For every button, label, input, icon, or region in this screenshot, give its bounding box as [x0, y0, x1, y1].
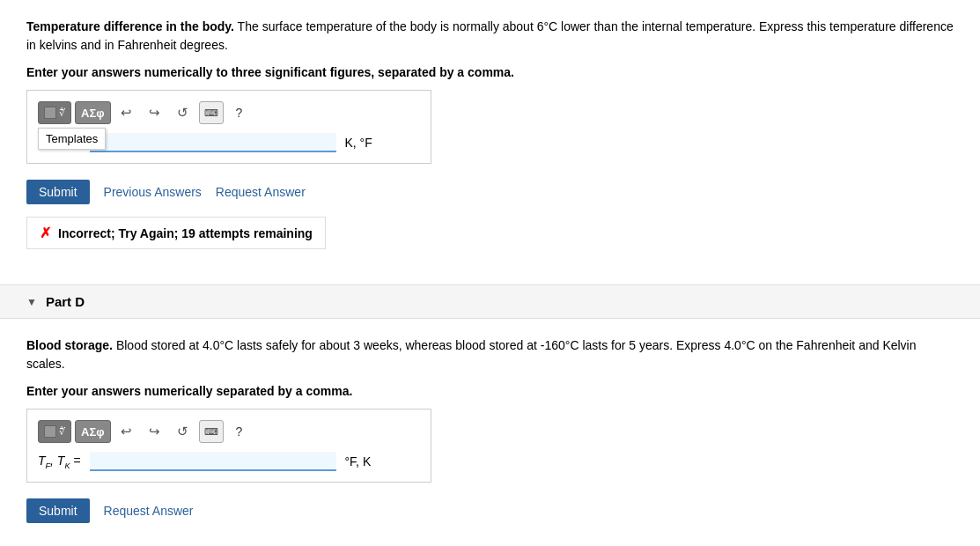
input-row-d: TF, TK = °F, K	[38, 452, 420, 471]
previous-answers-link-c[interactable]: Previous Answers	[104, 185, 202, 199]
part-d-label: Part D	[46, 294, 85, 309]
answer-input-c[interactable]	[90, 133, 336, 152]
problem-bold-d: Blood storage.	[26, 338, 113, 352]
unit-label-d: °F, K	[345, 454, 372, 469]
help-button-d[interactable]: ?	[227, 420, 252, 443]
error-text-c: Incorrect; Try Again; 19 attempts remain…	[58, 226, 313, 240]
chevron-down-icon: ▼	[26, 296, 37, 308]
answer-box-c: ∜ Templates ΑΣφ ↩ ↪ ↺ ⌨ ?	[26, 90, 431, 164]
refresh-button-d[interactable]: ↺	[171, 420, 195, 443]
template-wrap-d: ∜	[38, 420, 71, 443]
submit-button-d[interactable]: Submit	[26, 498, 90, 523]
submit-button-c[interactable]: Submit	[26, 180, 90, 204]
error-icon-c: ✗	[40, 225, 51, 241]
undo-button-d[interactable]: ↩	[114, 420, 139, 443]
request-answer-link-c[interactable]: Request Answer	[216, 185, 306, 199]
symbol-button-c[interactable]: ΑΣφ	[75, 101, 111, 124]
var-label-d: TF, TK =	[38, 454, 81, 470]
toolbar-c: ∜ Templates ΑΣφ ↩ ↪ ↺ ⌨ ?	[38, 101, 420, 124]
redo-button-c[interactable]: ↪	[143, 101, 167, 124]
action-row-c: Submit Previous Answers Request Answer	[26, 180, 954, 204]
unit-label-c: K, °F	[345, 136, 372, 150]
templates-tooltip-c: Templates	[38, 128, 106, 150]
instruction-d: Enter your answers numerically separated…	[26, 384, 954, 398]
radical-icon-d: ∜	[59, 426, 65, 438]
redo-button-d[interactable]: ↪	[143, 420, 167, 443]
answer-input-d[interactable]	[90, 452, 336, 471]
keyboard-button-d[interactable]: ⌨	[199, 420, 224, 443]
request-answer-link-d[interactable]: Request Answer	[104, 504, 194, 518]
keyboard-button-c[interactable]: ⌨	[199, 101, 224, 124]
action-row-d: Submit Request Answer	[26, 498, 954, 523]
error-box-c: ✗ Incorrect; Try Again; 19 attempts rema…	[26, 217, 326, 249]
undo-button-c[interactable]: ↩	[114, 101, 139, 124]
problem-body-d: Blood stored at 4.0°C lasts safely for a…	[26, 338, 917, 371]
template-wrap-c: ∜ Templates	[38, 101, 71, 124]
symbol-button-d[interactable]: ΑΣφ	[75, 420, 111, 443]
help-button-c[interactable]: ?	[227, 101, 252, 124]
template-button-d[interactable]: ∜	[38, 420, 71, 443]
part-d-header: ▼ Part D	[0, 284, 980, 319]
template-button-c[interactable]: ∜	[38, 101, 71, 124]
problem-bold-c: Temperature difference in the body.	[26, 19, 234, 33]
problem-text-d: Blood storage. Blood stored at 4.0°C las…	[26, 336, 954, 373]
problem-text-c: Temperature difference in the body. The …	[26, 18, 954, 55]
blood-section: Blood storage. Blood stored at 4.0°C las…	[0, 336, 980, 523]
radical-icon: ∜	[59, 107, 65, 119]
refresh-button-c[interactable]: ↺	[171, 101, 195, 124]
answer-box-d: ∜ ΑΣφ ↩ ↪ ↺ ⌨ ? TF, TK =	[26, 409, 431, 483]
instruction-c: Enter your answers numerically to three …	[26, 65, 954, 79]
toolbar-d: ∜ ΑΣφ ↩ ↪ ↺ ⌨ ?	[38, 420, 420, 443]
